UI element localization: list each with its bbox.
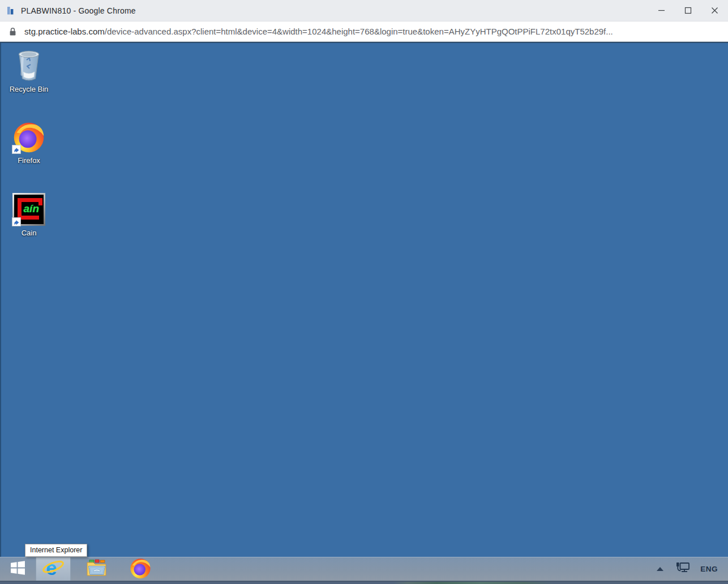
- file-explorer-icon: [86, 559, 108, 579]
- recycle-bin-icon: [11, 48, 46, 84]
- desktop-icon-cain[interactable]: aín Cain: [7, 191, 51, 237]
- practice-labs-favicon-icon: [6, 6, 16, 16]
- minimize-button[interactable]: [648, 0, 675, 21]
- taskbar-item-firefox[interactable]: [123, 557, 158, 581]
- firefox-taskbar-icon: [129, 557, 152, 582]
- windows-logo-icon: [10, 560, 25, 578]
- start-button[interactable]: [0, 557, 35, 581]
- window-title: PLABWIN810 - Google Chrome: [21, 6, 136, 15]
- icon-label: Firefox: [18, 157, 40, 165]
- network-status-button[interactable]: [675, 561, 691, 577]
- url-path: /device-advanced.aspx?client=html&device…: [105, 27, 613, 36]
- desktop-left-edge: [0, 43, 1, 557]
- address-bar[interactable]: stg.practice-labs.com/device-advanced.as…: [0, 22, 728, 42]
- taskbar: e: [0, 557, 728, 581]
- tooltip: Internet Explorer: [25, 544, 87, 557]
- desktop-icon-recycle-bin[interactable]: Recycle Bin: [7, 48, 51, 93]
- taskbar-item-internet-explorer[interactable]: e: [36, 557, 71, 581]
- firefox-icon: [11, 119, 46, 155]
- bottom-edge-strip: [0, 581, 728, 584]
- window-controls: [648, 0, 728, 21]
- icon-label: Recycle Bin: [10, 85, 49, 93]
- system-tray: ENG: [657, 557, 728, 581]
- svg-text:e: e: [46, 557, 57, 579]
- cain-icon: aín: [11, 191, 46, 227]
- maximize-button[interactable]: [675, 0, 701, 21]
- window-titlebar: PLABWIN810 - Google Chrome: [0, 0, 728, 22]
- desktop-icon-firefox[interactable]: Firefox: [7, 119, 51, 165]
- language-indicator[interactable]: ENG: [700, 565, 718, 573]
- lock-icon: [9, 27, 17, 36]
- internet-explorer-icon: e: [42, 557, 65, 582]
- close-button[interactable]: [701, 0, 728, 21]
- browser-window: PLABWIN810 - Google Chrome stg.pra: [0, 0, 728, 584]
- url-text: stg.practice-labs.com/device-advanced.as…: [24, 27, 613, 36]
- url-domain: stg.practice-labs.com: [24, 27, 105, 36]
- shortcut-arrow-icon: [12, 217, 21, 226]
- cain-icon-text: aín: [24, 203, 39, 215]
- icon-label: Cain: [22, 229, 37, 237]
- taskbar-item-file-explorer[interactable]: [79, 557, 114, 581]
- shortcut-arrow-icon: [12, 145, 21, 154]
- network-icon: [675, 561, 691, 577]
- tray-expand-button chevron-up-icon[interactable]: [657, 567, 663, 571]
- remote-desktop[interactable]: Recycle Bin: [0, 42, 728, 557]
